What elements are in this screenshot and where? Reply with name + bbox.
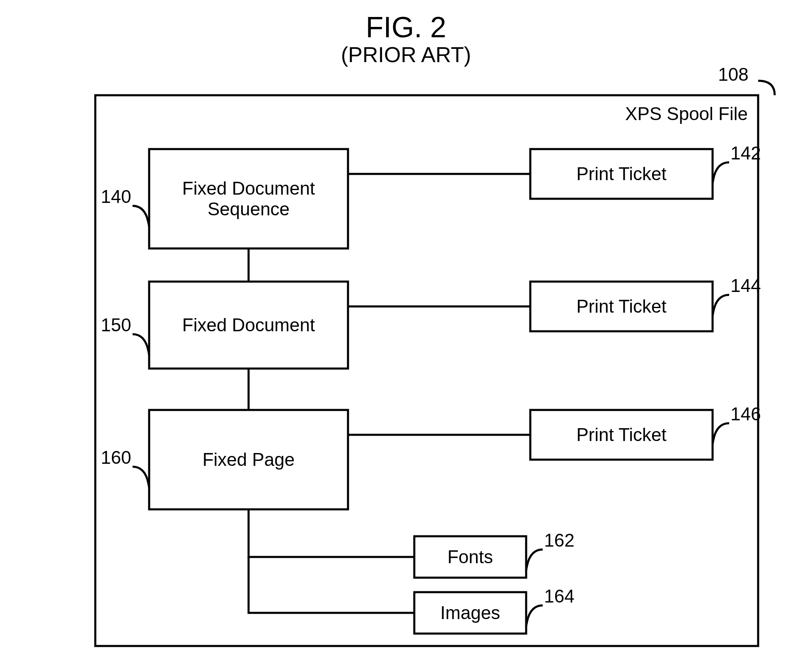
lead-108 [758,81,775,95]
fixed-document-text: Fixed Document [182,315,315,335]
fixed-document-sequence-text-2: Sequence [208,199,290,219]
figure-title-2: (PRIOR ART) [341,43,471,67]
figure-title-1: FIG. 2 [366,11,446,43]
ref-140: 140 [101,186,131,207]
print-ticket-1-text: Print Ticket [576,164,667,184]
fonts-text: Fonts [447,547,493,567]
ref-164: 164 [544,586,574,606]
diagram-canvas: FIG. 2 (PRIOR ART) XPS Spool File 108 Fi… [0,0,812,658]
ref-144: 144 [730,275,761,296]
fixed-page-text: Fixed Page [203,449,295,470]
ref-108: 108 [718,64,748,84]
ref-162: 162 [544,530,574,550]
print-ticket-3-text: Print Ticket [576,424,667,445]
images-text: Images [440,603,500,623]
fixed-document-sequence-text-1: Fixed Document [182,178,315,198]
print-ticket-2-text: Print Ticket [576,296,667,316]
ref-146: 146 [730,404,761,424]
ref-160: 160 [101,447,131,468]
ref-142: 142 [730,143,761,163]
xps-spool-file-label: XPS Spool File [625,104,748,124]
ref-150: 150 [101,315,131,335]
